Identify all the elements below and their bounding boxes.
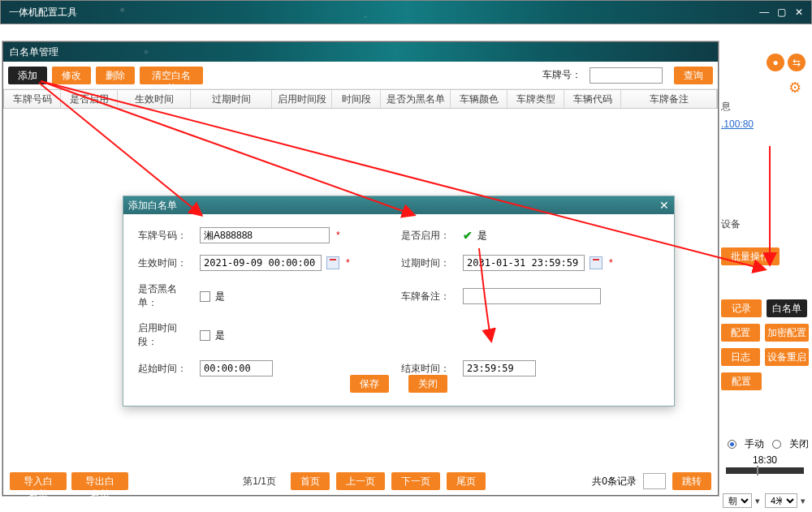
col-expire: 过期时间: [191, 90, 272, 108]
camera-icon[interactable]: ●: [767, 54, 784, 71]
input-end[interactable]: [463, 360, 536, 376]
record-button[interactable]: 记录: [721, 299, 762, 317]
export-button[interactable]: 导出白名单: [71, 472, 128, 490]
import-button[interactable]: 导入白名单: [10, 472, 67, 490]
app-title: 一体机配置工具: [9, 6, 77, 19]
checkbox-icon: [200, 291, 210, 302]
gear-icon[interactable]: ⚙: [786, 79, 804, 97]
lbl-effective: 生效时间：: [138, 256, 195, 270]
lbl-remark: 车牌备注：: [401, 290, 458, 303]
first-page-button[interactable]: 首页: [291, 472, 330, 490]
dialog-close-icon[interactable]: ✕: [659, 200, 669, 211]
col-type: 车牌类型: [508, 90, 564, 108]
col-remark: 车牌备注: [621, 90, 717, 108]
reboot-button[interactable]: 设备重启: [765, 348, 809, 366]
maximize-icon[interactable]: ▢: [775, 6, 789, 18]
calendar-icon-expire[interactable]: [590, 256, 603, 269]
req-expire: *: [609, 257, 613, 269]
device-label: 设备: [721, 217, 809, 231]
plate-filter-input[interactable]: [590, 67, 663, 84]
dialog-title-bar: 添加白名单 ✕: [123, 196, 674, 214]
add-button[interactable]: 添加: [8, 67, 47, 84]
dialog-save-button[interactable]: 保存: [350, 375, 389, 393]
input-expire[interactable]: [463, 255, 585, 271]
jump-button[interactable]: 跳转: [672, 472, 711, 490]
input-plate[interactable]: [200, 227, 330, 243]
radio-close-label: 关闭: [789, 437, 809, 451]
log-button[interactable]: 日志: [721, 348, 760, 366]
query-button[interactable]: 查询: [674, 67, 713, 84]
calendar-icon-effective[interactable]: [326, 256, 339, 269]
distance-select[interactable]: 4米: [765, 493, 797, 508]
delete-button[interactable]: 删除: [96, 67, 135, 84]
chk-period[interactable]: 是: [200, 329, 225, 342]
col-plate: 车牌号码: [4, 90, 61, 108]
col-black: 是否为黑名单: [381, 90, 451, 108]
col-effective: 生效时间: [118, 90, 191, 108]
page-info: 第1/1页: [235, 475, 284, 488]
checkbox-icon: [200, 330, 210, 341]
side-panel: ● ⇆ ⚙ 息 .100:80 设备 批量操作 记录 白名单 配置 加密配置 日…: [721, 43, 809, 508]
edit-button[interactable]: 修改: [52, 67, 91, 84]
radio-manual[interactable]: [728, 440, 736, 449]
req-plate: *: [336, 230, 340, 241]
config-button[interactable]: 配置: [721, 324, 760, 342]
close-icon[interactable]: ✕: [792, 6, 806, 18]
chk-black[interactable]: 是: [200, 290, 225, 303]
input-effective[interactable]: [200, 255, 322, 271]
lbl-plate: 车牌号码：: [138, 229, 195, 243]
app-titlebar: 一体机配置工具 — ▢ ✕: [0, 0, 812, 24]
config2-button[interactable]: 配置: [721, 372, 762, 390]
whitelist-titlebar: 白名单管理: [3, 42, 718, 62]
radio-close[interactable]: [772, 440, 781, 449]
minimize-icon[interactable]: —: [757, 6, 771, 18]
next-page-button[interactable]: 下一页: [391, 472, 440, 490]
check-icon: ✔: [463, 230, 473, 240]
col-period: 启用时间段: [272, 90, 332, 108]
lbl-black: 是否黑名单：: [138, 282, 195, 310]
col-code: 车辆代码: [564, 90, 621, 108]
side-info-label: 息: [721, 100, 809, 114]
window-controls: — ▢ ✕: [757, 6, 806, 18]
dialog-close-button[interactable]: 关闭: [408, 375, 447, 393]
dialog-title: 添加白名单: [128, 199, 177, 213]
grid-header: 车牌号码 是否启用 生效时间 过期时间 启用时间段 时间段 是否为黑名单 车辆颜…: [3, 89, 718, 109]
total-records: 共0条记录: [592, 475, 637, 488]
plate-filter-label: 车牌号：: [542, 68, 581, 82]
col-color: 车辆颜色: [451, 90, 508, 108]
col-enabled: 是否启用: [61, 90, 118, 108]
input-start[interactable]: [200, 360, 273, 376]
page-jump-input[interactable]: [643, 473, 666, 489]
lbl-expire: 过期时间：: [401, 256, 458, 270]
chk-enabled[interactable]: ✔ 是: [463, 229, 487, 243]
encrypt-button[interactable]: 加密配置: [765, 324, 809, 342]
footer: 导入白名单 导出白名单 第1/1页 首页 上一页 下一页 尾页 共0条记录 跳转: [3, 472, 718, 490]
sync-icon[interactable]: ⇆: [788, 54, 806, 71]
req-effective: *: [346, 257, 350, 269]
lbl-enabled: 是否启用：: [401, 229, 458, 243]
whitelist-title: 白名单管理: [10, 45, 58, 59]
lbl-period: 启用时间段：: [138, 321, 195, 349]
prev-page-button[interactable]: 上一页: [336, 472, 385, 490]
time-value: 18:30: [721, 454, 809, 466]
lbl-start: 起始时间：: [138, 362, 195, 376]
input-remark[interactable]: [463, 288, 601, 304]
last-page-button[interactable]: 尾页: [447, 472, 486, 490]
add-whitelist-dialog: 添加白名单 ✕ 车牌号码： * 是否启用： ✔ 是: [123, 196, 675, 407]
batch-op-button[interactable]: 批量操作: [721, 247, 780, 265]
lbl-end: 结束时间：: [401, 362, 458, 376]
col-range: 时间段: [332, 90, 381, 108]
device-ip-link[interactable]: .100:80: [721, 118, 809, 130]
radio-manual-label: 手动: [745, 437, 764, 451]
clear-button[interactable]: 清空白名单: [140, 67, 203, 84]
toolbar: 添加 修改 删除 清空白名单 车牌号： 查询: [3, 62, 718, 89]
whitelist-button[interactable]: 白名单: [767, 299, 807, 317]
suffix-select[interactable]: 朝: [723, 493, 752, 508]
